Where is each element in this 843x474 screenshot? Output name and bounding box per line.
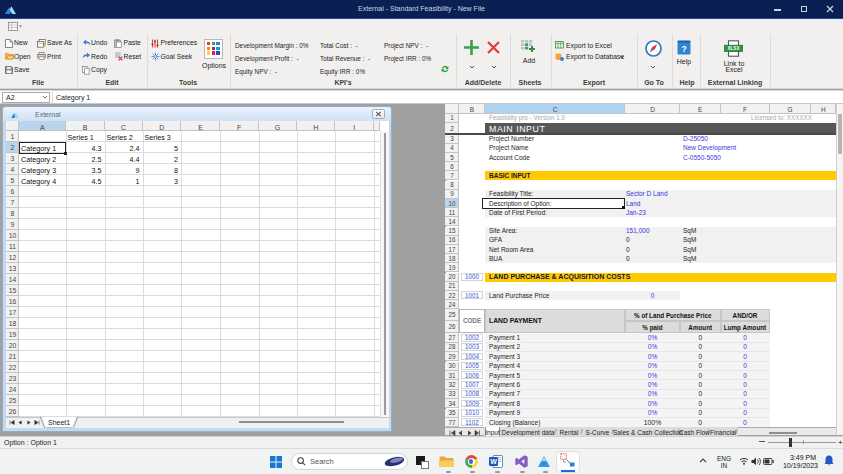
svg-text:?: ? — [681, 44, 686, 54]
svg-text:W: W — [490, 458, 497, 465]
svg-text:XLSX: XLSX — [728, 46, 741, 51]
